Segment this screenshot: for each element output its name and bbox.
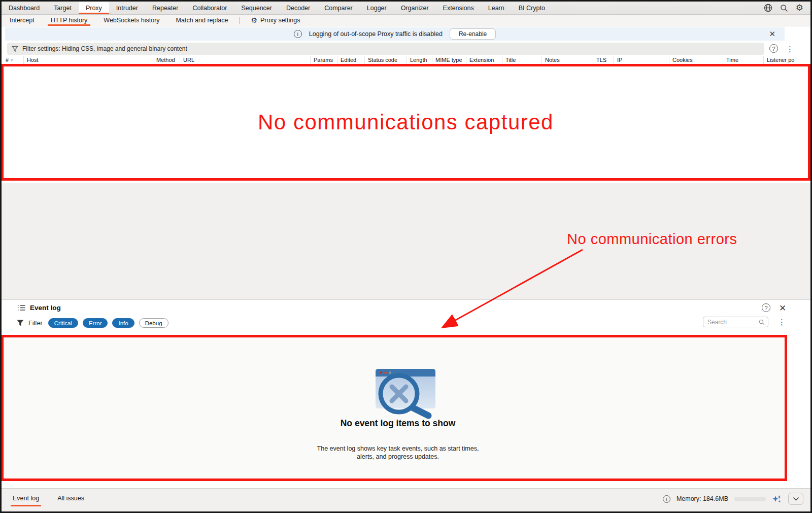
empty-state-line1: The event log shows key task events, suc… [246, 444, 550, 453]
column-header-tls[interactable]: TLS [593, 56, 614, 64]
column-header-params[interactable]: Params [311, 56, 337, 64]
subtab-websockets-history[interactable]: WebSockets history [95, 15, 167, 26]
proxy-subtabs: Intercept HTTP history WebSockets histor… [2, 15, 810, 26]
event-log-search [703, 317, 768, 327]
sort-chevron-icon: ∨ [10, 58, 13, 62]
empty-state-line2: alerts, and progress updates. [246, 453, 550, 461]
filter-label: Filter [28, 320, 43, 327]
tab-target[interactable]: Target [47, 2, 79, 14]
column-header-extension[interactable]: Extension [466, 56, 502, 64]
filter-pill-error[interactable]: Error [83, 318, 108, 328]
main-menubar: Dashboard Target Proxy Intruder Repeater… [2, 2, 810, 15]
scope-logging-banner: i Logging of out-of-scope Proxy traffic … [5, 27, 785, 41]
info-icon: i [294, 30, 302, 38]
event-log-title: Event log [30, 304, 61, 312]
subtab-intercept[interactable]: Intercept [2, 15, 43, 26]
tab-intruder[interactable]: Intruder [109, 2, 145, 14]
subtab-proxy-settings[interactable]: ⚙ Proxy settings [243, 15, 308, 26]
empty-state-description: The event log shows key task events, suc… [246, 444, 550, 461]
subtab-divider [239, 17, 240, 24]
gear-icon: ⚙ [251, 16, 257, 24]
memory-label: Memory: 184.6MB [676, 495, 728, 502]
column-header-mime-type[interactable]: MIME type [432, 56, 466, 64]
event-log-search-input[interactable] [703, 319, 759, 326]
tab-comparer[interactable]: Comparer [317, 2, 360, 14]
status-bar: Event log All issues i Memory: 184.6MB [2, 488, 810, 511]
tab-decoder[interactable]: Decoder [279, 2, 317, 14]
tab-extensions[interactable]: Extensions [436, 2, 481, 14]
filter-settings-label: Filter settings: Hiding CSS, image and g… [22, 45, 187, 52]
tab-logger[interactable]: Logger [360, 2, 394, 14]
column-header-ip[interactable]: IP [614, 56, 669, 64]
column-header-index[interactable]: # ∨ [2, 56, 24, 64]
column-header-host[interactable]: Host [24, 56, 153, 64]
statusbar-tab-all-issues[interactable]: All issues [56, 492, 85, 506]
filter-pill-debug[interactable]: Debug [139, 318, 168, 328]
filter-funnel-icon [17, 320, 24, 326]
banner-message: Logging of out-of-scope Proxy traffic is… [309, 30, 443, 38]
event-log-filter-row: Filter Critical Error Info Debug [17, 318, 168, 328]
funnel-icon [12, 46, 18, 52]
event-log-list-icon[interactable] [18, 304, 25, 311]
event-log-help-icon[interactable]: ? [762, 303, 770, 312]
http-history-table-header: # ∨ Host Method URL Params Edited Status… [2, 56, 810, 64]
ai-sparkles-icon[interactable] [772, 494, 782, 504]
subtab-http-history[interactable]: HTTP history [43, 15, 96, 26]
annotation-box-no-communications: No communications captured [1, 64, 810, 181]
column-header-length[interactable]: Length [407, 56, 432, 64]
annotation-text-errors: No communication errors [567, 231, 737, 248]
column-header-edited[interactable]: Edited [337, 56, 365, 64]
column-header-cookies[interactable]: Cookies [669, 56, 723, 64]
tab-proxy[interactable]: Proxy [79, 2, 109, 14]
column-header-method[interactable]: Method [153, 56, 180, 64]
column-header-title[interactable]: Title [502, 56, 542, 64]
kebab-menu-icon[interactable]: ⋮ [786, 45, 794, 53]
filter-settings-bar[interactable]: Filter settings: Hiding CSS, image and g… [7, 43, 764, 55]
help-icon[interactable]: ? [769, 44, 778, 53]
column-header-time[interactable]: Time [723, 56, 764, 64]
search-icon [759, 319, 768, 325]
column-header-notes[interactable]: Notes [542, 56, 593, 64]
tab-learn[interactable]: Learn [481, 2, 512, 14]
annotation-text-captured: No communications captured [258, 110, 554, 134]
column-header-url[interactable]: URL [180, 56, 311, 64]
burp-suite-window: Dashboard Target Proxy Intruder Repeater… [0, 0, 812, 513]
tab-dashboard[interactable]: Dashboard [2, 2, 47, 14]
re-enable-button[interactable]: Re-enable [450, 28, 496, 40]
subtab-match-and-replace[interactable]: Match and replace [168, 15, 236, 26]
memory-gauge [734, 497, 766, 501]
subtab-proxy-settings-label: Proxy settings [260, 17, 300, 24]
tab-repeater[interactable]: Repeater [145, 2, 185, 14]
event-log-kebab-icon[interactable]: ⋮ [778, 318, 786, 326]
empty-state-magnifier-icon [355, 365, 457, 426]
tab-bi-crypto[interactable]: BI Crypto [512, 2, 552, 14]
browser-globe-icon[interactable] [764, 4, 772, 12]
tab-sequencer[interactable]: Sequencer [234, 2, 279, 14]
statusbar-tab-event-log[interactable]: Event log [12, 492, 40, 506]
search-icon[interactable] [780, 4, 788, 12]
settings-gear-icon[interactable]: ⚙ [796, 4, 803, 12]
event-log-close-icon[interactable]: ✕ [779, 303, 786, 314]
memory-info-icon: i [663, 495, 670, 503]
event-log-panel-header: Event log ? ✕ Filter Critical Error Info… [2, 299, 810, 336]
column-header-listener-port[interactable]: Listener po [764, 56, 810, 64]
tab-collaborator[interactable]: Collaborator [185, 2, 234, 14]
filter-pill-info[interactable]: Info [112, 318, 134, 328]
collapse-chevron-button[interactable] [788, 493, 803, 505]
filter-pill-critical[interactable]: Critical [48, 318, 78, 328]
column-header-status-code[interactable]: Status code [365, 56, 407, 64]
banner-close-icon[interactable]: ✕ [769, 29, 775, 39]
tab-organizer[interactable]: Organizer [394, 2, 436, 14]
